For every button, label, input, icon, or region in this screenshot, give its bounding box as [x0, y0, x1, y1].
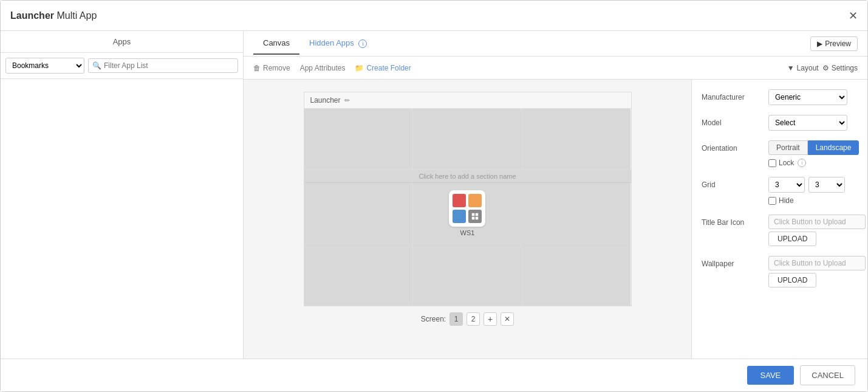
- bottom-grid-section: [304, 244, 631, 306]
- hide-label: Hide: [779, 196, 794, 205]
- gear-icon: ⚙: [822, 64, 829, 72]
- manufacturer-select[interactable]: Generic: [768, 89, 847, 105]
- search-icon: 🔍: [92, 61, 101, 70]
- close-button[interactable]: ✕: [849, 9, 858, 22]
- grid-cell[interactable]: [522, 109, 630, 170]
- filter-input[interactable]: [104, 61, 234, 70]
- lock-checkbox[interactable]: [768, 159, 776, 167]
- dialog-title: Launcher Multi App: [10, 10, 97, 21]
- lock-label: Lock: [779, 159, 794, 167]
- screen-add-button[interactable]: +: [484, 312, 497, 326]
- title-bar-icon-label: Title Bar Icon: [702, 215, 762, 227]
- app-icon-cell[interactable]: WS1: [413, 183, 522, 244]
- grid-row-select[interactable]: 3: [808, 177, 845, 193]
- top-grid-section: [304, 109, 631, 170]
- app-label: WS1: [460, 229, 475, 236]
- wallpaper-control: Click Button to Upload UPLOAD: [768, 256, 866, 287]
- create-folder-item[interactable]: 📁 Create Folder: [355, 64, 411, 72]
- settings-panel: Manufacturer Generic Model Select: [691, 80, 867, 359]
- dialog-header: Launcher Multi App ✕: [1, 1, 867, 31]
- edit-pencil-icon[interactable]: ✏: [344, 97, 350, 105]
- preview-button[interactable]: ▶ Preview: [810, 36, 858, 51]
- manufacturer-row: Manufacturer Generic: [702, 89, 858, 105]
- toolbar: 🗑 Remove App Attributes 📁 Create Folder …: [244, 57, 867, 80]
- canvas-settings-wrap: Launcher ✏ Click here to add a section n…: [244, 80, 867, 359]
- save-button[interactable]: SAVE: [747, 366, 795, 385]
- wallpaper-label: Wallpaper: [702, 256, 762, 268]
- settings-button[interactable]: ⚙ Settings: [822, 64, 858, 72]
- title-rest: Multi App: [54, 10, 97, 21]
- screen-close-button[interactable]: ✕: [501, 312, 514, 326]
- grid-cell[interactable]: [522, 244, 630, 305]
- sidebar-filter: Bookmarks 🔍: [1, 53, 243, 79]
- launcher-title-text: Launcher: [310, 96, 341, 105]
- landscape-button[interactable]: Landscape: [808, 140, 859, 155]
- play-icon: ▶: [817, 40, 822, 48]
- layout-button[interactable]: ▼ Layout: [787, 64, 819, 72]
- title-bar-icon-row: Title Bar Icon Click Button to Upload UP…: [702, 215, 858, 246]
- grid-cell[interactable]: [304, 244, 413, 305]
- tab-hidden-apps[interactable]: Hidden Apps i: [299, 32, 377, 55]
- grid-col-select[interactable]: 3: [768, 177, 805, 193]
- grid-cell[interactable]: [304, 183, 413, 244]
- cancel-button[interactable]: CANCEL: [800, 365, 855, 385]
- orientation-control: Portrait Landscape Lock i: [768, 140, 859, 167]
- wallpaper-filename: Click Button to Upload: [768, 256, 866, 270]
- grid-label: Grid: [702, 177, 762, 189]
- wallpaper-row: Wallpaper Click Button to Upload UPLOAD: [702, 256, 858, 287]
- grid-cell[interactable]: [304, 109, 413, 170]
- sidebar-header: Apps: [1, 31, 243, 53]
- tab-canvas[interactable]: Canvas: [253, 32, 299, 55]
- model-row: Model Select: [702, 115, 858, 131]
- bookmarks-dropdown[interactable]: Bookmarks: [5, 58, 84, 74]
- screen-nav: Screen: 1 2 + ✕: [415, 306, 520, 332]
- grid-cell[interactable]: [413, 244, 522, 305]
- sidebar: Apps Bookmarks 🔍: [1, 31, 244, 359]
- model-control: Select: [768, 115, 858, 131]
- app-sub-blue: [453, 210, 466, 223]
- launcher-frame: Launcher ✏ Click here to add a section n…: [304, 92, 632, 306]
- screen-2-button[interactable]: 2: [466, 312, 480, 326]
- svg-rect-0: [472, 213, 475, 216]
- middle-grid-section: WS1: [304, 183, 631, 244]
- main-area: Canvas Hidden Apps i ▶ Preview 🗑 Remove: [244, 31, 867, 359]
- grid-cell[interactable]: [413, 109, 522, 170]
- orientation-row: Orientation Portrait Landscape Lock i: [702, 140, 858, 167]
- app-sub-red: [453, 194, 466, 207]
- grid-row: Grid 3 3: [702, 177, 858, 205]
- grid-cell[interactable]: [522, 183, 630, 244]
- model-select[interactable]: Select: [768, 115, 847, 131]
- toolbar-left: 🗑 Remove App Attributes 📁 Create Folder: [253, 64, 411, 72]
- section-label-text[interactable]: Click here to add a section name: [304, 170, 631, 182]
- svg-rect-3: [476, 217, 479, 220]
- orientation-label: Orientation: [702, 140, 762, 153]
- folder-icon: 📁: [355, 64, 364, 72]
- model-label: Model: [702, 115, 762, 127]
- hide-checkbox[interactable]: [768, 197, 776, 205]
- hidden-apps-info-icon[interactable]: i: [358, 40, 367, 48]
- dialog-body: Apps Bookmarks 🔍 Canvas Hidden Apps: [1, 31, 867, 359]
- lock-row: Lock i: [768, 159, 859, 167]
- title-bold: Launcher: [10, 10, 54, 21]
- section-label-row: Click here to add a section name: [304, 170, 631, 183]
- app-attributes-item[interactable]: App Attributes: [300, 64, 346, 72]
- portrait-button[interactable]: Portrait: [768, 140, 808, 155]
- chevron-down-icon: ▼: [787, 64, 795, 72]
- remove-item[interactable]: 🗑 Remove: [253, 64, 290, 72]
- screen-1-button[interactable]: 1: [449, 312, 463, 326]
- dialog-footer: SAVE CANCEL: [1, 359, 867, 391]
- orientation-buttons: Portrait Landscape: [768, 140, 859, 155]
- dialog-container: Launcher Multi App ✕ Apps Bookmarks 🔍: [0, 0, 868, 392]
- wallpaper-upload-button[interactable]: UPLOAD: [768, 273, 816, 287]
- manufacturer-control: Generic: [768, 89, 858, 105]
- screen-label: Screen:: [421, 315, 446, 323]
- svg-rect-2: [472, 217, 475, 220]
- hide-row: Hide: [768, 196, 858, 205]
- title-bar-icon-control: Click Button to Upload UPLOAD: [768, 215, 866, 246]
- trash-icon: 🗑: [253, 64, 261, 72]
- app-icon-box: [449, 190, 485, 227]
- app-sub-orange: [468, 194, 482, 207]
- title-bar-icon-upload-button[interactable]: UPLOAD: [768, 232, 816, 246]
- svg-rect-1: [476, 213, 479, 216]
- lock-info-icon[interactable]: i: [798, 159, 806, 167]
